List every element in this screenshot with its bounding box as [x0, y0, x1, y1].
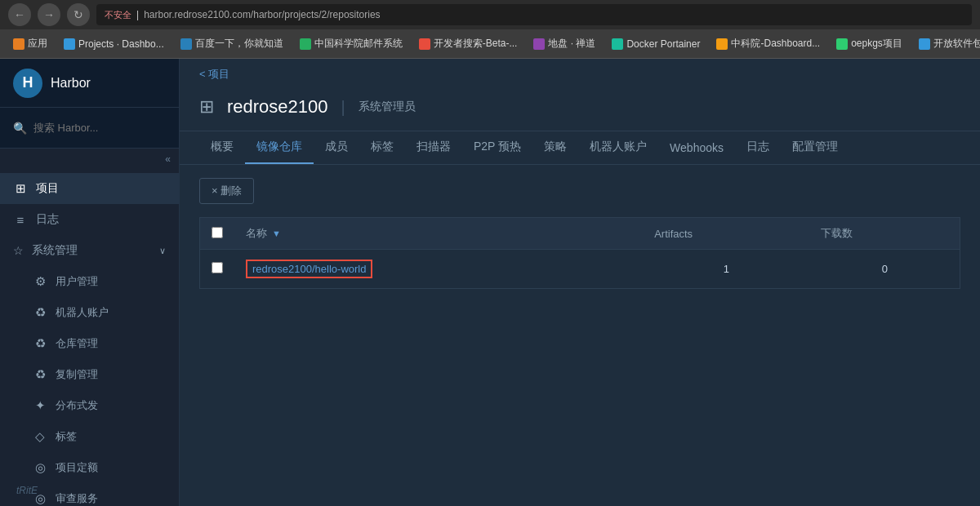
sidebar-item-label: 复制管理 — [56, 367, 98, 382]
row-downloads-cell: 0 — [809, 250, 960, 289]
sidebar-item-label: 分布式发 — [56, 398, 98, 413]
bookmark-item[interactable]: 开放软件包服务... — [912, 35, 980, 52]
th-name-label: 名称 — [246, 226, 267, 241]
tab-robot-accounts[interactable]: 机器人账户 — [578, 131, 658, 164]
tab-policy[interactable]: 策略 — [532, 131, 578, 164]
select-all-checkbox[interactable] — [212, 227, 223, 238]
project-header: ⊞ redrose2100 | 系统管理员 — [180, 90, 980, 131]
sidebar-item-tags[interactable]: ◇ 标签 — [0, 421, 179, 452]
delete-button[interactable]: × 删除 — [199, 178, 254, 204]
bookmark-icon — [419, 38, 430, 50]
warehouse-icon: ♻ — [33, 336, 47, 351]
tab-overview[interactable]: 概要 — [199, 131, 245, 164]
back-button[interactable]: ← — [8, 3, 31, 26]
bookmark-label: oepkgs项目 — [851, 37, 902, 51]
sidebar-header: H Harbor — [0, 59, 179, 108]
th-name: 名称 ▼ — [234, 218, 643, 250]
tab-webhooks[interactable]: Webhooks — [658, 133, 735, 164]
sidebar-item-robot-acct[interactable]: ♻ 机器人账户 — [0, 297, 179, 328]
main-content: < 项目 ⊞ redrose2100 | 系统管理员 概要 镜像仓库 成员 标签… — [180, 59, 980, 506]
forward-button[interactable]: → — [38, 3, 60, 26]
sidebar-item-projects[interactable]: ⊞ 项目 — [0, 173, 179, 204]
tab-members[interactable]: 成员 — [314, 131, 359, 164]
projects-icon: ⊞ — [13, 181, 28, 196]
th-downloads: 下载数 — [809, 218, 960, 250]
breadcrumb[interactable]: < 项目 — [180, 59, 980, 90]
bookmark-icon — [716, 38, 728, 50]
sidebar-item-label: 系统管理 — [32, 243, 78, 258]
sidebar-item-label: 项目 — [36, 181, 59, 196]
sidebar-item-label: 项目定额 — [56, 460, 98, 475]
delete-label: × 删除 — [212, 184, 242, 198]
sidebar-collapse-button[interactable]: « — [0, 149, 179, 170]
bookmark-item[interactable]: 中科院-Dashboard... — [710, 35, 826, 52]
bookmark-icon — [180, 38, 192, 50]
bookmark-label: 应用 — [28, 37, 47, 51]
sidebar-nav: ⊞ 项目 ≡ 日志 ☆ 系统管理 ∨ ⚙ 用户管理 ♻ 机器人账户 ♻ — [0, 170, 179, 506]
th-artifacts: Artifacts — [643, 218, 809, 250]
sidebar-item-label: 日志 — [36, 212, 59, 227]
dist-icon: ✦ — [33, 398, 47, 413]
refresh-button[interactable]: ↻ — [67, 3, 90, 26]
bookmark-item[interactable]: 地盘 · 禅道 — [527, 35, 602, 52]
logo-letter: H — [23, 74, 33, 91]
bookmark-item[interactable]: 开发者搜索-Beta-... — [412, 35, 524, 52]
filter-icon[interactable]: ▼ — [272, 229, 281, 238]
robot-acct-icon: ♻ — [33, 305, 47, 320]
quota-icon: ◎ — [33, 460, 47, 475]
app-title: Harbor — [51, 76, 91, 91]
bookmark-icon — [836, 38, 848, 50]
search-input[interactable] — [33, 122, 171, 134]
url-bar[interactable]: 不安全 | harbor.redrose2100.com/harbor/proj… — [96, 4, 972, 25]
app-container: H Harbor 🔍 « ⊞ 项目 ≡ 日志 ☆ 系统管理 ∨ — [0, 59, 980, 506]
sidebar-item-sysadmin[interactable]: ☆ 系统管理 ∨ — [0, 235, 179, 266]
sidebar-item-label: 用户管理 — [56, 274, 98, 289]
sidebar-item-copy-mgmt[interactable]: ♻ 复制管理 — [0, 359, 179, 390]
bookmarks-bar: 应用Projects · Dashbo...百度一下，你就知道中国科学院邮件系统… — [0, 29, 980, 59]
bookmark-icon — [612, 38, 623, 50]
bookmark-icon — [64, 38, 75, 50]
bookmark-label: 百度一下，你就知道 — [195, 37, 283, 51]
bookmark-item[interactable]: 百度一下，你就知道 — [174, 35, 290, 52]
copy-mgmt-icon: ♻ — [33, 367, 47, 382]
breadcrumb-back-icon: < — [199, 68, 206, 80]
tab-logs[interactable]: 日志 — [735, 131, 781, 164]
sidebar-item-user-mgmt[interactable]: ⚙ 用户管理 — [0, 266, 179, 297]
row-checkbox[interactable] — [212, 262, 223, 273]
sidebar-item-quota[interactable]: ◎ 项目定额 — [0, 452, 179, 483]
th-checkbox — [200, 218, 235, 250]
bookmark-item[interactable]: 中国科学院邮件系统 — [293, 35, 409, 52]
sidebar-item-label: 仓库管理 — [56, 336, 98, 351]
bookmark-label: 中国科学院邮件系统 — [314, 37, 403, 51]
sidebar-item-logs[interactable]: ≡ 日志 — [0, 204, 179, 235]
bookmark-item[interactable]: 应用 — [7, 35, 54, 52]
bookmark-label: Projects · Dashbo... — [78, 38, 164, 50]
tab-repositories[interactable]: 镜像仓库 — [245, 131, 314, 164]
sidebar-item-warehouse-mgmt[interactable]: ♻ 仓库管理 — [0, 328, 179, 359]
tab-labels[interactable]: 标签 — [359, 131, 405, 164]
row-artifacts-cell: 1 — [643, 250, 809, 289]
search-bar: 🔍 — [0, 108, 179, 149]
tab-config[interactable]: 配置管理 — [781, 131, 849, 164]
tab-scanner[interactable]: 扫描器 — [405, 131, 462, 164]
sidebar-item-label: 审查服务 — [56, 491, 98, 506]
sidebar: H Harbor 🔍 « ⊞ 项目 ≡ 日志 ☆ 系统管理 ∨ — [0, 59, 180, 506]
tags-icon: ◇ — [33, 429, 47, 444]
row-checkbox-cell — [200, 250, 235, 289]
sidebar-item-label: 机器人账户 — [56, 305, 109, 320]
bookmark-item[interactable]: Projects · Dashbo... — [57, 37, 171, 51]
table-header-row: 名称 ▼ Artifacts 下载数 — [200, 218, 960, 250]
url-separator: | — [136, 9, 139, 20]
tab-p2p[interactable]: P2P 预热 — [462, 131, 532, 164]
bookmark-item[interactable]: Docker Portainer — [605, 37, 706, 51]
bookmark-label: 中科院-Dashboard... — [731, 37, 820, 51]
repository-link[interactable]: redrose2100/hello-world — [246, 260, 372, 278]
bookmark-label: 开发者搜索-Beta-... — [434, 37, 518, 51]
project-name: redrose2100 — [227, 96, 328, 118]
project-separator: | — [341, 98, 345, 117]
sysadmin-icon: ☆ — [13, 244, 24, 257]
bookmark-label: Docker Portainer — [626, 38, 700, 50]
bookmark-icon — [13, 38, 24, 50]
bookmark-item[interactable]: oepkgs项目 — [830, 35, 909, 52]
sidebar-item-dist-dist[interactable]: ✦ 分布式发 — [0, 390, 179, 421]
